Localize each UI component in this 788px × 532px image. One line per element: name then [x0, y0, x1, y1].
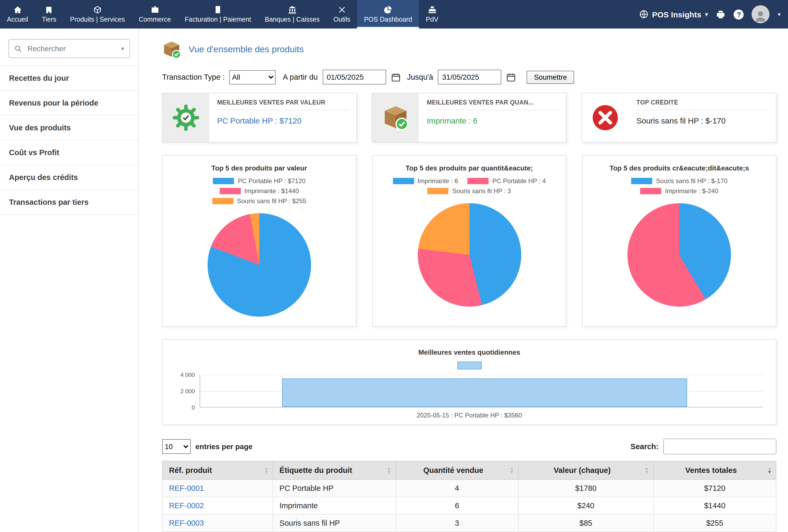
legend-label: Souris sans fil HP : $255 — [237, 198, 306, 205]
nav-item-outils[interactable]: Outils — [327, 0, 357, 28]
sidebar-menu: Recettes du jour Revenus pour la période… — [0, 65, 138, 215]
gear-check-icon — [172, 104, 200, 131]
sort-icon[interactable]: ▲▼ — [264, 467, 268, 474]
legend-swatch — [212, 198, 233, 204]
legend-entry[interactable]: Imprimante : $1440 — [219, 187, 299, 195]
search-dropdown-chevron-icon[interactable]: ▾ — [121, 45, 124, 52]
nav-item-tiers[interactable]: Tiers — [35, 0, 63, 28]
left-sidebar: ▾ Recettes du jour Revenus pour la pério… — [0, 28, 139, 532]
nav-label: Commerce — [139, 16, 171, 23]
chart-title: Top 5 des produits par valeur — [168, 164, 350, 172]
total-cell: $1440 — [653, 497, 776, 514]
user-menu-chevron-icon[interactable]: ▾ — [778, 11, 781, 18]
kpi-value: Imprimante : 6 — [427, 116, 558, 125]
sort-icon[interactable]: ▲▼ — [767, 467, 772, 474]
cube-icon — [93, 5, 102, 14]
nav-item-facturation-paiement[interactable]: Facturation | Paiement — [178, 0, 258, 28]
sidebar-item-transactions-par-tiers[interactable]: Transactions par tiers — [0, 190, 138, 215]
sort-icon[interactable]: ▲▼ — [510, 467, 514, 474]
x-axis-label: 2025-05-15 : PC Portable HP : $3560 — [172, 412, 766, 419]
legend-entry[interactable]: Souris sans fil HP : $-170 — [631, 177, 727, 185]
legend-entry[interactable]: Imprimante : $-240 — [641, 187, 718, 195]
quantity-cell: 6 — [396, 497, 518, 514]
nav-label: Banques | Caisses — [265, 16, 320, 23]
date-to-input[interactable] — [438, 70, 501, 84]
kpi-value-link[interactable]: PC Portable HP : $7120 — [217, 116, 349, 125]
column-header-value-each[interactable]: Valeur (chaque)▲▼ — [518, 461, 653, 479]
kpi-body: MEILLEURES VENTES PAR VALEUR PC Portable… — [209, 94, 356, 142]
column-header-quantity[interactable]: Quantité vendue▲▼ — [396, 461, 518, 479]
table-search-label: Search: — [631, 442, 658, 451]
sidebar-item-revenus-periode[interactable]: Revenus pour la période — [0, 91, 138, 116]
sort-icon[interactable]: ▲▼ — [645, 467, 649, 474]
product-ref-link[interactable]: REF-0001 — [169, 484, 204, 492]
table-header-row: Réf. produit▲▼ Étiquette du produit▲▼ Qu… — [162, 461, 776, 479]
products-table: Réf. produit▲▼ Étiquette du produit▲▼ Qu… — [162, 461, 776, 532]
sidebar-item-vue-des-produits[interactable]: Vue des produits — [0, 116, 138, 140]
product-ref-link[interactable]: REF-0002 — [169, 502, 204, 510]
date-from-calendar-button[interactable] — [391, 71, 402, 83]
sort-icon[interactable]: ▲▼ — [387, 467, 391, 474]
table-controls: 10 entries per page Search: — [162, 438, 776, 454]
nav-item-commerce[interactable]: Commerce — [132, 0, 178, 28]
legend-swatch — [631, 178, 652, 184]
legend-entry[interactable]: Souris sans fil HP : $255 — [212, 198, 306, 205]
sidebar-item-apercu-des-credits[interactable]: Aperçu des crédits — [0, 165, 138, 190]
module-switcher[interactable]: POS Insights ▾ — [639, 9, 708, 19]
nav-item-pos-dashboard[interactable]: POS Dashboard — [357, 0, 419, 28]
kpi-icon-panel — [372, 94, 419, 142]
cash-register-icon — [428, 5, 436, 14]
legend-entry[interactable]: PC Portable HP : 4 — [468, 177, 546, 185]
help-button[interactable]: ? — [734, 9, 744, 19]
date-to-label: Jusqu'à — [407, 73, 433, 81]
nav-label: Produits | Services — [70, 16, 125, 23]
pie-chart-by-quantity — [417, 203, 521, 307]
date-from-input[interactable] — [322, 70, 386, 84]
nav-label: POS Dashboard — [364, 16, 412, 23]
legend-entry[interactable]: PC Portable HP : $7120 — [213, 177, 306, 185]
y-axis: 4 000 2 000 0 — [174, 375, 200, 407]
nav-item-accueil[interactable]: Accueil — [0, 0, 35, 28]
briefcase-icon — [150, 5, 159, 14]
column-header-label[interactable]: Étiquette du produit▲▼ — [273, 461, 396, 479]
table-row: REF-0003 Souris sans fil HP 3 $85 $255 — [162, 514, 776, 532]
pie-charts-row: Top 5 des produits par valeur PC Portabl… — [162, 155, 776, 327]
nav-item-produits-services[interactable]: Produits | Services — [63, 0, 132, 28]
legend-swatch — [641, 188, 662, 194]
search-input[interactable] — [26, 44, 117, 53]
bank-icon — [288, 5, 297, 14]
kpi-top-credited: TOP CRÉDITÉ Souris sans fil HP : $-170 — [582, 93, 776, 143]
kpi-title: TOP CRÉDITÉ — [636, 99, 768, 110]
transaction-type-select[interactable]: All — [230, 70, 276, 84]
column-header-total-sales[interactable]: Ventes totales▲▼ — [653, 461, 776, 479]
product-label-cell: Souris sans fil HP — [273, 514, 396, 532]
legend-entry[interactable]: Souris sans fil HP : 3 — [428, 187, 511, 195]
table-search-input[interactable] — [663, 438, 776, 454]
product-ref-link[interactable]: REF-0003 — [169, 519, 204, 527]
legend-swatch[interactable] — [457, 362, 481, 369]
user-avatar[interactable] — [752, 5, 770, 23]
chevron-down-icon: ▾ — [705, 11, 708, 18]
value-cell: $85 — [518, 514, 653, 532]
plot-area — [200, 375, 763, 407]
sidebar-item-cout-vs-profit[interactable]: Coût vs Profit — [0, 140, 138, 165]
nav-item-pdv[interactable]: PdV — [419, 0, 445, 28]
legend-label: Imprimante : $-240 — [665, 187, 718, 195]
product-box-icon — [162, 40, 181, 59]
printer-icon — [716, 9, 726, 19]
entries-per-page-select[interactable]: 10 — [162, 439, 191, 454]
page-header: Vue d'ensemble des produits — [162, 40, 776, 59]
chart-title: Meilleures ventes quotidiennes — [172, 348, 766, 356]
date-to-calendar-button[interactable] — [506, 71, 517, 83]
page-title: Vue d'ensemble des produits — [189, 44, 304, 55]
table-row: REF-0001 PC Portable HP 4 $1780 $7120 — [162, 479, 776, 497]
print-button[interactable] — [716, 9, 726, 19]
submit-button[interactable]: Soumettre — [527, 70, 574, 84]
bar-series — [282, 378, 687, 407]
sidebar-search[interactable]: ▾ — [8, 39, 130, 58]
column-header-ref[interactable]: Réf. produit▲▼ — [162, 461, 273, 479]
sidebar-item-recettes-du-jour[interactable]: Recettes du jour — [0, 66, 138, 91]
legend-entry[interactable]: Imprimante : 6 — [393, 177, 458, 185]
nav-item-banques-caisses[interactable]: Banques | Caisses — [258, 0, 327, 28]
value-cell: $1780 — [518, 479, 653, 497]
